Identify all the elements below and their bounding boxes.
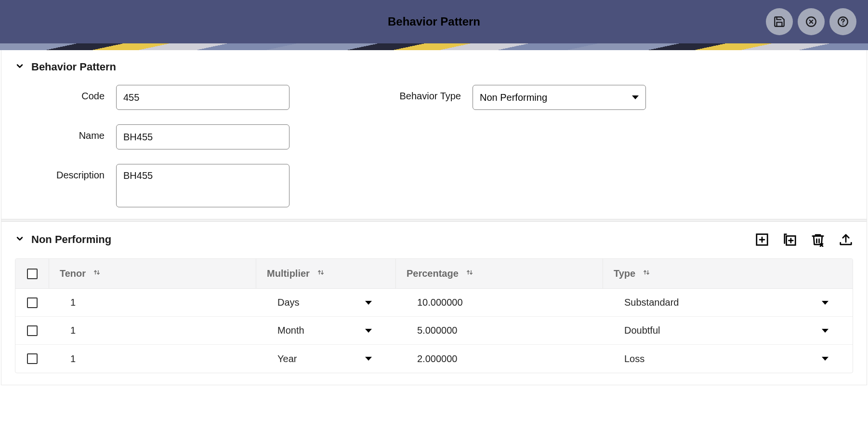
upload-button[interactable] <box>839 232 853 247</box>
main-card: Behavior Pattern Code Behavior Type Non … <box>1 50 867 385</box>
row-checkbox[interactable] <box>27 297 38 308</box>
cell-multiplier-value: Year <box>277 353 297 364</box>
col-header-percentage-label: Percentage <box>407 268 459 279</box>
cell-tenor-value: 1 <box>70 325 76 336</box>
col-header-tenor-label: Tenor <box>60 268 86 279</box>
chevron-down-icon <box>822 301 829 305</box>
cell-tenor[interactable]: 1 <box>49 317 256 344</box>
chevron-down-icon <box>365 329 372 333</box>
sort-icon <box>642 268 651 279</box>
chevron-down-icon <box>822 357 829 361</box>
cell-tenor[interactable]: 1 <box>49 289 256 316</box>
section-title: Behavior Pattern <box>31 61 116 73</box>
table-toolbar <box>755 232 853 247</box>
section-non-performing: Non Performing <box>1 222 867 385</box>
cancel-button[interactable] <box>798 8 825 35</box>
cell-multiplier-select[interactable]: Year <box>256 345 396 373</box>
behavior-type-value: Non Performing <box>480 92 547 103</box>
chevron-down-icon <box>822 329 829 333</box>
cell-percentage[interactable]: 5.000000 <box>396 317 603 344</box>
plus-box-stack-icon <box>783 232 797 247</box>
sort-icon <box>465 268 474 279</box>
section-behavior-pattern: Behavior Pattern Code Behavior Type Non … <box>1 50 867 219</box>
page-header: Behavior Pattern <box>0 0 868 43</box>
behavior-type-select[interactable]: Non Performing <box>473 85 646 110</box>
cell-type-value: Loss <box>624 353 644 364</box>
section2-title: Non Performing <box>31 233 111 246</box>
upload-icon <box>839 232 853 247</box>
delete-row-button[interactable] <box>811 232 825 247</box>
cell-tenor-value: 1 <box>70 297 76 308</box>
col-header-multiplier[interactable]: Multiplier <box>256 259 396 288</box>
add-multi-row-button[interactable] <box>783 232 797 247</box>
cell-type-select[interactable]: Doubtful <box>603 317 853 344</box>
sort-icon <box>92 268 101 279</box>
save-button[interactable] <box>766 8 793 35</box>
cell-multiplier-value: Month <box>277 325 304 336</box>
label-behavior-type: Behavior Type <box>367 85 473 102</box>
cell-type-select[interactable]: Loss <box>603 345 853 373</box>
table-row: 1Year2.000000Loss <box>15 345 853 373</box>
page-title: Behavior Pattern <box>388 15 480 28</box>
label-description: Description <box>15 164 116 181</box>
cell-multiplier-value: Days <box>277 297 300 308</box>
decorative-strip <box>0 43 868 50</box>
table-row: 1Month5.000000Doubtful <box>15 317 853 345</box>
name-input[interactable] <box>116 124 289 149</box>
chevron-down-icon <box>365 357 372 361</box>
cell-type-select[interactable]: Substandard <box>603 289 853 316</box>
help-icon <box>837 15 849 28</box>
header-actions <box>766 8 856 35</box>
col-header-percentage[interactable]: Percentage <box>396 259 603 288</box>
row-checkbox[interactable] <box>27 353 38 364</box>
cell-multiplier-select[interactable]: Days <box>256 289 396 316</box>
col-header-tenor[interactable]: Tenor <box>49 259 256 288</box>
save-icon <box>773 15 786 28</box>
col-header-multiplier-label: Multiplier <box>267 268 310 279</box>
cell-percentage-value: 5.000000 <box>417 325 457 336</box>
label-name: Name <box>15 124 116 141</box>
row-checkbox[interactable] <box>27 325 38 336</box>
col-header-type-label: Type <box>614 268 635 279</box>
cell-tenor[interactable]: 1 <box>49 345 256 373</box>
cell-percentage-value: 2.000000 <box>417 353 457 364</box>
section2-header-toggle[interactable]: Non Performing <box>15 233 111 246</box>
label-code: Code <box>15 85 116 102</box>
col-header-type[interactable]: Type <box>603 259 853 288</box>
select-all-checkbox[interactable] <box>27 269 38 279</box>
trash-icon <box>811 232 825 247</box>
non-performing-table: Tenor Multiplier Percentage <box>15 258 853 373</box>
sort-icon <box>316 268 325 279</box>
form-grid: Code Behavior Type Non Performing Name D… <box>15 85 853 207</box>
help-button[interactable] <box>829 8 856 35</box>
table-header: Tenor Multiplier Percentage <box>15 259 853 289</box>
table-body: 1Days10.000000Substandard1Month5.000000D… <box>15 289 853 373</box>
description-input[interactable] <box>116 164 289 207</box>
cell-type-value: Substandard <box>624 297 679 308</box>
section-header[interactable]: Behavior Pattern <box>15 61 853 73</box>
cell-tenor-value: 1 <box>70 353 76 364</box>
close-circle-icon <box>805 15 817 28</box>
chevron-down-icon <box>15 234 25 245</box>
chevron-down-icon <box>632 95 639 99</box>
cell-percentage[interactable]: 10.000000 <box>396 289 603 316</box>
chevron-down-icon <box>15 61 25 73</box>
add-row-button[interactable] <box>755 232 769 247</box>
table-row: 1Days10.000000Substandard <box>15 289 853 317</box>
chevron-down-icon <box>365 301 372 305</box>
code-input[interactable] <box>116 85 289 110</box>
cell-multiplier-select[interactable]: Month <box>256 317 396 344</box>
plus-box-icon <box>755 232 769 247</box>
cell-percentage[interactable]: 2.000000 <box>396 345 603 373</box>
cell-percentage-value: 10.000000 <box>417 297 463 308</box>
cell-type-value: Doubtful <box>624 325 660 336</box>
